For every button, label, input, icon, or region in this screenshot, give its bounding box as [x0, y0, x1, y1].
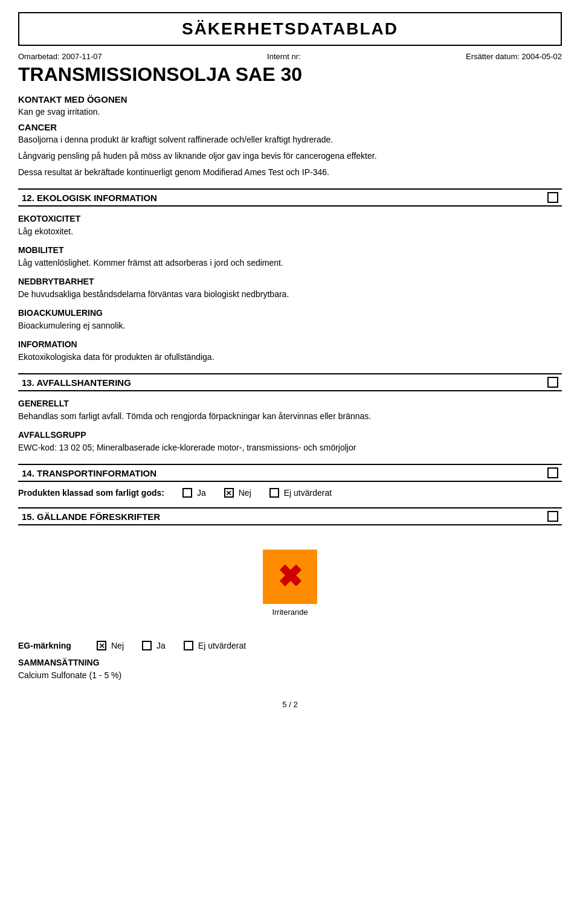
generellt-text: Behandlas som farligt avfall. Tömda och … [18, 410, 562, 423]
transport-label: Produkten klassad som farligt gods: [18, 488, 164, 498]
cancer-text2: Långvarig pensling på huden på möss av l… [18, 150, 562, 162]
omarbetad: Omarbetad: 2007-11-07 [18, 52, 102, 61]
sammansattning-heading: SAMMANSÄTTNING [18, 658, 562, 667]
eg-nej-group: ⨯ Nej [97, 641, 124, 650]
ekotoxicitet-heading: EKOTOXICITET [18, 214, 562, 223]
header-box: SÄKERHETSDATABLAD [18, 12, 562, 46]
section-15-bar: 15. GÄLLANDE FÖRESKRIFTER [18, 507, 562, 525]
transport-ej-label: Ej utvärderat [284, 488, 332, 498]
page-number: 5 / 2 [18, 700, 562, 709]
irriterande-x-icon: ✖ [277, 562, 303, 592]
cancer-heading: CANCER [18, 122, 562, 132]
eg-marking-row: EG-märkning ⨯ Nej Ja Ej utvärderat [18, 641, 562, 650]
eg-nej-label: Nej [111, 641, 124, 650]
irriterande-box: ✖ [263, 550, 317, 604]
bioackumulering-heading: BIOACKUMULERING [18, 308, 562, 318]
avfallsgrupp-text: EWC-kod: 13 02 05; Mineralbaserade icke-… [18, 441, 562, 454]
section-15-title: 15. GÄLLANDE FÖRESKRIFTER [22, 512, 160, 522]
transport-ej-checkbox[interactable] [269, 488, 279, 498]
information-heading: INFORMATION [18, 339, 562, 349]
eg-ej-label: Ej utvärderat [198, 641, 246, 650]
nedbrytbarhet-text: De huvudsakliga beståndsdelarna förvänta… [18, 288, 562, 301]
mobilitet-heading: MOBILITET [18, 245, 562, 255]
section-14-title: 14. TRANSPORTINFORMATION [22, 468, 156, 478]
meta-row: Omarbetad: 2007-11-07 Internt nr: Ersätt… [18, 52, 562, 61]
ersatter-datum: Ersätter datum: 2004-05-02 [466, 52, 562, 61]
eg-ej-group: Ej utvärderat [184, 641, 246, 650]
generellt-heading: GENERELLT [18, 399, 562, 408]
transport-ja-group: Ja [182, 488, 206, 498]
bioackumulering-text: Bioackumulering ej sannolik. [18, 319, 562, 332]
transport-nej-checkbox[interactable]: ⨯ [224, 488, 234, 498]
transport-ja-label: Ja [197, 488, 206, 498]
section-13-title: 13. AVFALLSHANTERING [22, 377, 131, 388]
transport-nej-label: Nej [239, 488, 251, 498]
section-14-checkbox[interactable] [547, 467, 558, 478]
cancer-text1: Basoljorna i denna produkt är kraftigt s… [18, 133, 562, 146]
sammansattning-text: Calcium Sulfonate (1 - 5 %) [18, 669, 562, 682]
transport-ej-group: Ej utvärderat [269, 488, 332, 498]
irriterande-label: Irriterande [272, 608, 308, 617]
section-12-checkbox[interactable] [547, 192, 558, 203]
transport-row: Produkten klassad som farligt gods: Ja ⨯… [18, 488, 562, 498]
transport-ja-checkbox[interactable] [182, 488, 192, 498]
irriterande-container: ✖ Irriterande [18, 537, 562, 629]
mobilitet-text: Låg vattenlöslighet. Kommer främst att a… [18, 257, 562, 269]
eg-ja-checkbox[interactable] [142, 641, 152, 650]
product-title: TRANSMISSIONSOLJA SAE 30 [18, 63, 562, 86]
section-12-title: 12. EKOLOGISK INFORMATION [22, 193, 157, 203]
section-15-checkbox[interactable] [547, 511, 558, 522]
section-13-bar: 13. AVFALLSHANTERING [18, 373, 562, 391]
eg-marking-label: EG-märkning [18, 641, 79, 650]
eg-ja-label: Ja [156, 641, 166, 650]
eg-ja-group: Ja [142, 641, 166, 650]
information-text: Ekotoxikologiska data för produkten är o… [18, 351, 562, 364]
internt-nr: Internt nr: [267, 52, 301, 61]
irriterande-symbol: ✖ Irriterande [254, 550, 326, 617]
page-title: SÄKERHETSDATABLAD [31, 19, 549, 39]
section-14-bar: 14. TRANSPORTINFORMATION [18, 464, 562, 482]
eg-ej-checkbox[interactable] [184, 641, 193, 650]
avfallsgrupp-heading: AVFALLSGRUPP [18, 430, 562, 440]
cancer-text3: Dessa resultat är bekräftade kontinuerli… [18, 166, 562, 179]
eg-nej-checkbox[interactable]: ⨯ [97, 641, 106, 650]
ekotoxicitet-text: Låg ekotoxitet. [18, 225, 562, 238]
section-12-bar: 12. EKOLOGISK INFORMATION [18, 188, 562, 207]
section-13-checkbox[interactable] [547, 377, 558, 388]
transport-nej-group: ⨯ Nej [224, 488, 251, 498]
kontakt-text: Kan ge svag irritation. [18, 106, 562, 118]
nedbrytbarhet-heading: NEDBRYTBARHET [18, 277, 562, 286]
kontakt-heading: KONTAKT MED ÖGONEN [18, 94, 562, 104]
